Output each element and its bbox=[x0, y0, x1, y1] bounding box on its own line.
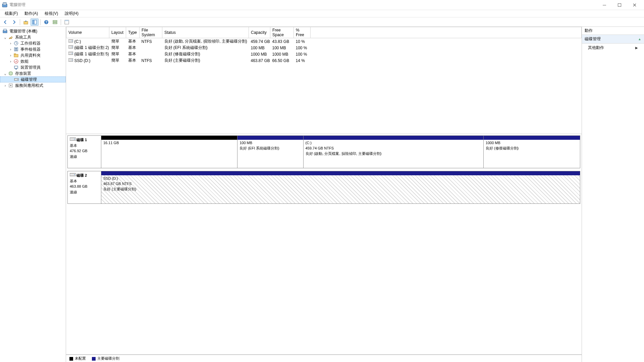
svg-rect-26 bbox=[14, 78, 18, 80]
svg-point-29 bbox=[10, 85, 11, 86]
help-button[interactable]: ? bbox=[42, 18, 50, 26]
disk-row[interactable]: 磁碟 2基本463.88 GB連線SSD (D:)463.87 GB NTFS良… bbox=[67, 171, 580, 204]
disk-header[interactable]: 磁碟 2基本463.88 GB連線 bbox=[68, 171, 101, 203]
tree-storage[interactable]: ⌄ 存放裝置 bbox=[0, 70, 66, 76]
expand-icon[interactable]: › bbox=[9, 59, 12, 64]
volume-row[interactable]: (C:)簡單基本NTFS良好 (啟動, 分頁檔案, 損毀傾印, 主要磁碟分割)4… bbox=[66, 38, 582, 45]
list-view-button[interactable] bbox=[63, 18, 71, 26]
svg-point-41 bbox=[74, 174, 75, 175]
col-type[interactable]: Type bbox=[126, 27, 140, 38]
svg-rect-13 bbox=[65, 20, 69, 21]
svg-rect-15 bbox=[4, 29, 6, 31]
tree-root[interactable]: 電腦管理 (本機) bbox=[0, 28, 66, 34]
actions-pane: 動作 磁碟管理 ▲ 其他動作 ▶ bbox=[582, 27, 644, 362]
clock-icon bbox=[13, 41, 19, 46]
volume-row[interactable]: SSD (D:)簡單基本NTFS良好 (主要磁碟分割)463.87 GB66.5… bbox=[66, 57, 582, 64]
svg-rect-7 bbox=[34, 20, 37, 24]
settings-button[interactable] bbox=[51, 18, 59, 26]
svg-rect-1 bbox=[3, 3, 6, 5]
col-status[interactable]: Status bbox=[162, 27, 249, 38]
services-icon bbox=[8, 83, 13, 88]
svg-rect-2 bbox=[3, 3, 6, 3]
chevron-right-icon: ▶ bbox=[635, 46, 638, 50]
disk-row[interactable]: 磁碟 1基本476.92 GB連線16.11 GB100 MB良好 (EFI 系… bbox=[67, 135, 580, 168]
collapse-icon[interactable]: ⌄ bbox=[3, 35, 7, 40]
toolbar-separator bbox=[40, 19, 41, 25]
back-button[interactable] bbox=[1, 18, 9, 26]
partition[interactable]: SSD (D:)463.87 GB NTFS良好 (主要磁碟分割) bbox=[101, 171, 580, 203]
tree-services[interactable]: › 服務與應用程式 bbox=[0, 82, 66, 88]
up-button[interactable] bbox=[22, 18, 30, 26]
volume-row[interactable]: (磁碟 1 磁碟分割 5)簡單基本良好 (修復磁碟分割)1000 MB1000 … bbox=[66, 51, 582, 57]
svg-rect-19 bbox=[15, 50, 17, 50]
svg-rect-18 bbox=[15, 48, 17, 49]
col--free[interactable]: % Free bbox=[294, 27, 311, 38]
tree-task-scheduler[interactable]: › 工作排程器 bbox=[0, 40, 66, 46]
col-layout[interactable]: Layout bbox=[109, 27, 126, 38]
partition[interactable]: 100 MB良好 (EFI 系統磁碟分割) bbox=[237, 136, 303, 168]
svg-point-31 bbox=[72, 41, 72, 41]
menu-view[interactable]: 檢視(V) bbox=[41, 10, 61, 17]
show-tree-button[interactable] bbox=[31, 18, 39, 26]
volume-icon bbox=[68, 45, 73, 49]
volume-row[interactable]: (磁碟 1 磁碟分割 2)簡單基本良好 (EFI 系統磁碟分割)100 MB10… bbox=[66, 45, 582, 51]
legend-unallocated-swatch bbox=[69, 357, 73, 361]
minimize-button[interactable] bbox=[597, 0, 612, 10]
tree-performance[interactable]: › 效能 bbox=[0, 58, 66, 64]
svg-point-39 bbox=[74, 139, 75, 139]
collapse-icon[interactable]: ⌄ bbox=[3, 71, 7, 76]
menu-help[interactable]: 說明(H) bbox=[61, 10, 82, 17]
maximize-button[interactable] bbox=[612, 0, 627, 10]
expand-icon[interactable]: › bbox=[9, 47, 12, 52]
forward-button[interactable] bbox=[10, 18, 18, 26]
computer-icon bbox=[2, 28, 8, 34]
partition[interactable]: 16.11 GB bbox=[101, 136, 237, 168]
partition[interactable]: 1000 MB良好 (修復磁碟分割) bbox=[483, 136, 580, 168]
collapse-icon: ▲ bbox=[638, 37, 641, 41]
col-free-space[interactable]: Free Space bbox=[270, 27, 294, 38]
tree-shared-folders[interactable]: › 共用資料夾 bbox=[0, 52, 66, 58]
svg-rect-24 bbox=[15, 69, 17, 69]
col-volume[interactable]: Volume bbox=[66, 27, 109, 38]
actions-more-label: 其他動作 bbox=[588, 45, 604, 51]
disk-icon bbox=[14, 77, 19, 82]
navigation-tree[interactable]: 電腦管理 (本機) ⌄ 系統工具 › 工作排程器 › 事件檢視器 › 共用資料夾… bbox=[0, 27, 66, 362]
svg-point-35 bbox=[72, 53, 72, 54]
app-icon bbox=[2, 2, 7, 8]
disk-icon bbox=[70, 173, 76, 177]
svg-rect-21 bbox=[14, 54, 16, 55]
partition-bar bbox=[237, 136, 303, 140]
expand-icon[interactable]: › bbox=[9, 53, 12, 58]
svg-rect-23 bbox=[14, 66, 18, 68]
partition[interactable]: (C:)459.74 GB NTFS良好 (啟動, 分頁檔案, 損毀傾印, 主要… bbox=[303, 136, 483, 168]
tree-system-tools[interactable]: ⌄ 系統工具 bbox=[0, 34, 66, 40]
window-title: 電腦管理 bbox=[9, 2, 25, 8]
perf-icon bbox=[13, 59, 19, 64]
close-button[interactable] bbox=[627, 0, 642, 10]
tools-icon bbox=[8, 35, 13, 40]
tree-event-viewer[interactable]: › 事件檢視器 bbox=[0, 46, 66, 52]
actions-section[interactable]: 磁碟管理 ▲ bbox=[582, 35, 644, 44]
volume-list[interactable]: VolumeLayoutTypeFile SystemStatusCapacit… bbox=[66, 27, 582, 134]
legend: 未配置 主要磁碟分割 bbox=[66, 355, 582, 362]
svg-rect-10 bbox=[53, 20, 57, 22]
menu-file[interactable]: 檔案(F) bbox=[1, 10, 21, 17]
disk-graphic-pane[interactable]: 磁碟 1基本476.92 GB連線16.11 GB100 MB良好 (EFI 系… bbox=[66, 134, 582, 355]
col-capacity[interactable]: Capacity bbox=[249, 27, 270, 38]
actions-header: 動作 bbox=[582, 27, 644, 35]
disk-header[interactable]: 磁碟 1基本476.92 GB連線 bbox=[68, 136, 101, 168]
menu-action[interactable]: 動作(A) bbox=[21, 10, 41, 17]
storage-icon bbox=[8, 71, 13, 76]
col-file-system[interactable]: File System bbox=[140, 27, 162, 38]
svg-rect-17 bbox=[14, 48, 18, 51]
toolbar-separator bbox=[20, 19, 20, 25]
device-icon bbox=[13, 65, 19, 70]
tree-disk-management[interactable]: 磁碟管理 bbox=[0, 76, 66, 82]
expand-icon[interactable]: › bbox=[3, 83, 7, 88]
actions-more[interactable]: 其他動作 ▶ bbox=[582, 44, 644, 52]
disk-icon bbox=[70, 137, 76, 141]
svg-rect-40 bbox=[70, 173, 76, 176]
expand-icon[interactable]: › bbox=[9, 41, 12, 46]
svg-rect-38 bbox=[70, 138, 76, 140]
tree-device-manager[interactable]: 裝置管理員 bbox=[0, 64, 66, 70]
